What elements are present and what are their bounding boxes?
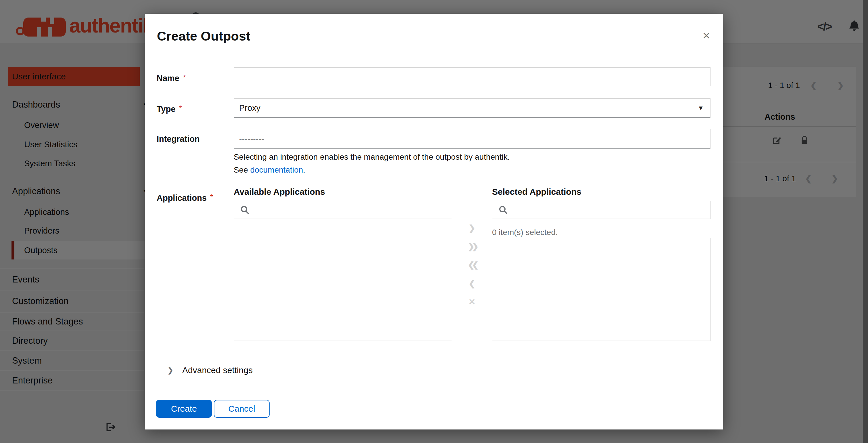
required-marker: * [183, 73, 186, 82]
integration-help-docs: See documentation. [234, 166, 305, 175]
create-outpost-modal: Create Outpost ✕ Name* Type* Proxy ▼ Int… [145, 14, 723, 430]
move-all-left-button[interactable]: ❮❮ [463, 260, 484, 269]
name-label: Name* [157, 72, 186, 82]
required-marker: * [210, 193, 213, 201]
selected-search-input[interactable] [492, 201, 711, 219]
search-icon [240, 205, 250, 215]
move-right-button[interactable]: ❯ [463, 223, 481, 233]
clear-selection-button[interactable]: ✕ [463, 297, 481, 307]
available-applications-title: Available Applications [234, 187, 325, 196]
selected-count-text: 0 item(s) selected. [492, 228, 558, 237]
required-marker: * [179, 104, 182, 113]
modal-title: Create Outpost [157, 29, 250, 44]
search-icon [498, 205, 508, 215]
available-search-input[interactable] [234, 201, 452, 219]
type-label: Type* [157, 103, 182, 113]
name-input[interactable] [234, 67, 711, 86]
available-applications-listbox[interactable] [234, 238, 452, 341]
chevron-down-icon: ▼ [698, 105, 704, 112]
selected-applications-title: Selected Applications [492, 187, 582, 196]
integration-select[interactable]: --------- [234, 129, 711, 149]
type-select[interactable]: Proxy ▼ [234, 98, 711, 118]
move-all-right-button[interactable]: ❯❯ [463, 242, 484, 251]
advanced-settings-toggle[interactable]: Advanced settings [182, 365, 253, 375]
selected-applications-listbox[interactable] [492, 238, 711, 341]
chevron-right-icon: ❯ [167, 366, 174, 375]
create-button[interactable]: Create [156, 400, 212, 418]
integration-label: Integration [157, 134, 200, 144]
authentik-admin-app: authentik </> User interface Dashboards … [0, 0, 868, 443]
close-icon[interactable]: ✕ [703, 30, 711, 41]
applications-label: Applications* [157, 192, 213, 202]
move-left-button[interactable]: ❮ [463, 279, 481, 288]
cancel-button[interactable]: Cancel [214, 400, 270, 418]
integration-help-text: Selecting an integration enables the man… [234, 152, 509, 162]
documentation-link[interactable]: documentation [250, 166, 303, 174]
